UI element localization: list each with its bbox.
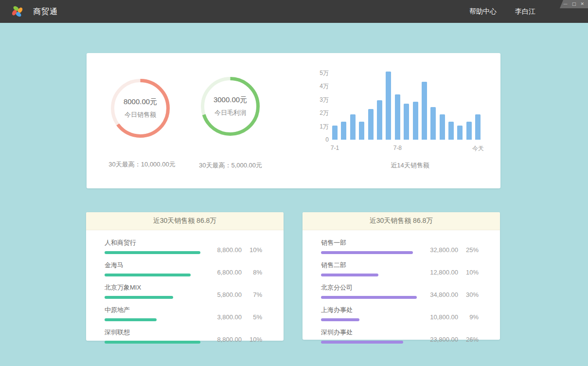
rank-row: 上海办事处 10,800.00 9%	[321, 306, 479, 321]
rank-item-value: 34,800.00	[430, 291, 458, 298]
rank-item-percent: 5%	[242, 313, 262, 321]
app-title: 商贸通	[33, 0, 58, 23]
today-sales-value: 8000.00元	[124, 97, 157, 107]
rank-row: 北京万象MIX 5,800.00 7%	[105, 283, 262, 299]
rank-item-value: 8,800.00	[217, 246, 242, 254]
rank-item-bar	[321, 318, 359, 321]
bar	[475, 114, 481, 140]
bar	[413, 102, 418, 140]
rank-item-percent: 30%	[458, 291, 479, 298]
rank-item-percent: 25%	[458, 246, 479, 254]
rank-item-bar	[321, 341, 403, 344]
right-rank-list: 销售一部 32,800.00 25% 销售二部 12,800.00 10% 北京…	[303, 230, 500, 344]
rank-item-value: 8,800.00	[217, 336, 242, 343]
rank-item-percent: 9%	[458, 313, 479, 321]
rank-item-name: 金海马	[105, 261, 200, 270]
y-tick-label: 3万	[310, 96, 329, 103]
right-rank-title: 近30天销售额 86.8万	[303, 212, 500, 230]
rank-row: 深圳联想 8,800.00 10%	[105, 328, 262, 344]
user-name-link[interactable]: 李白江	[515, 7, 535, 16]
chart-title: 近14天销售额	[332, 161, 488, 170]
rank-item-bar	[105, 341, 200, 344]
rank-row: 销售一部 32,800.00 25%	[321, 238, 479, 254]
sales-30day-max: 30天最高：10,000.00元	[93, 160, 191, 169]
bar	[448, 122, 454, 140]
rank-item-name: 深圳联想	[105, 328, 200, 337]
rank-item-value: 12,800.00	[430, 269, 458, 276]
rank-item-value: 3,800.00	[217, 313, 242, 321]
rank-item-value: 6,800.00	[217, 269, 242, 276]
rank-item-value: 32,800.00	[430, 246, 458, 254]
rank-item-name: 中原地产	[105, 306, 200, 314]
bar	[430, 107, 436, 140]
rank-item-bar	[105, 318, 157, 321]
close-icon[interactable]: ✕	[580, 2, 584, 6]
minimize-icon[interactable]: —	[563, 2, 568, 6]
rank-item-value: 10,800.00	[430, 313, 458, 321]
customer-sales-rank-card: 近30天销售额 86.8万 人和商贸行 8,800.00 10% 金海马 6,8…	[86, 212, 284, 341]
rank-row: 深圳办事处 23,800.00 26%	[321, 328, 479, 344]
left-rank-title: 近30天销售额 86.8万	[86, 212, 284, 230]
bar	[440, 114, 445, 140]
y-tick-label: 0	[310, 136, 329, 143]
y-tick-label: 1万	[310, 123, 329, 130]
rank-item-bar	[321, 274, 378, 276]
bar	[332, 126, 338, 140]
rank-item-name: 北京万象MIX	[105, 283, 200, 292]
rank-item-name: 销售二部	[321, 261, 417, 270]
rank-row: 销售二部 12,800.00 10%	[321, 261, 479, 276]
rank-row: 人和商贸行 8,800.00 10%	[105, 238, 262, 254]
top-bar: 商贸通 帮助中心 李白江 — □ ✕	[0, 0, 588, 23]
rank-item-name: 上海办事处	[321, 306, 417, 314]
rank-item-name: 人和商贸行	[105, 238, 200, 247]
app-logo-pinwheel-icon	[11, 5, 24, 18]
x-tick-label: 7-8	[387, 145, 408, 151]
rank-row: 北京分公司 34,800.00 30%	[321, 283, 479, 299]
rank-item-name: 北京分公司	[321, 283, 417, 292]
bar	[422, 82, 427, 140]
bar	[377, 100, 382, 140]
x-tick-label: 7-1	[324, 145, 346, 151]
summary-card: 8000.00元 今日销售额 30天最高：10,000.00元 3000.00元…	[87, 53, 500, 188]
rank-row: 中原地产 3,800.00 5%	[105, 306, 262, 321]
bar	[466, 122, 472, 140]
rank-item-bar	[105, 296, 173, 299]
rank-item-bar	[321, 251, 413, 254]
bar	[359, 122, 364, 140]
rank-item-name: 深圳办事处	[321, 328, 417, 337]
rank-item-percent: 10%	[242, 336, 262, 343]
rank-item-percent: 8%	[242, 269, 262, 276]
rank-item-percent: 10%	[242, 246, 262, 254]
y-tick-label: 5万	[310, 70, 329, 76]
rank-item-bar	[105, 251, 200, 254]
today-profit-value: 3000.00元	[214, 95, 247, 105]
rank-item-percent: 10%	[458, 269, 479, 276]
sales-14day-bar-chart: 01万2万3万4万5万 7-17-8今天 近14天销售额	[310, 68, 490, 172]
bar	[341, 122, 346, 140]
rank-item-percent: 26%	[458, 336, 479, 343]
chart-plot-area	[332, 67, 482, 140]
maximize-icon[interactable]: □	[572, 2, 576, 6]
rank-item-value: 5,800.00	[217, 291, 242, 298]
bar	[457, 126, 463, 140]
today-sales-donut: 8000.00元 今日销售额	[109, 77, 171, 139]
today-profit-label: 今日毛利润	[214, 109, 246, 117]
help-center-link[interactable]: 帮助中心	[469, 7, 497, 16]
bar	[404, 104, 409, 140]
window-controls: — □ ✕	[560, 0, 588, 8]
rank-item-bar	[321, 296, 417, 299]
y-tick-label: 4万	[310, 83, 329, 90]
y-tick-label: 2万	[310, 110, 329, 116]
rank-item-percent: 7%	[242, 291, 262, 298]
bar	[395, 94, 400, 140]
rank-item-bar	[105, 274, 191, 276]
department-sales-rank-card: 近30天销售额 86.8万 销售一部 32,800.00 25% 销售二部 12…	[303, 212, 500, 340]
rank-item-value: 23,800.00	[430, 336, 458, 343]
bar	[368, 109, 374, 140]
today-profit-donut: 3000.00元 今日毛利润	[199, 75, 261, 137]
x-tick-label: 今天	[467, 145, 489, 153]
profit-30day-max: 30天最高：5,000.00元	[182, 161, 279, 170]
left-rank-list: 人和商贸行 8,800.00 10% 金海马 6,800.00 8% 北京万象M…	[86, 230, 284, 344]
rank-item-name: 销售一部	[321, 238, 417, 247]
rank-row: 金海马 6,800.00 8%	[105, 261, 262, 276]
